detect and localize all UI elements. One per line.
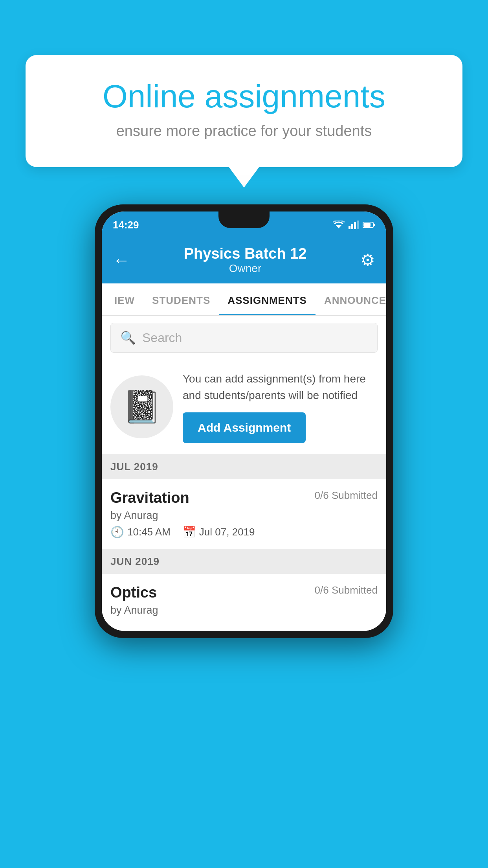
status-icons [333,221,375,229]
svg-rect-7 [363,223,371,227]
search-icon: 🔍 [120,330,136,345]
promo-section: 📓 You can add assignment(s) from here an… [102,360,386,454]
calendar-icon: 📅 [182,526,196,539]
promo-icon-circle: 📓 [110,375,173,438]
phone-screen: 14:29 [102,211,386,631]
assignment-name-gravitation: Gravitation [110,489,189,506]
promo-right: You can add assignment(s) from here and … [183,371,378,443]
svg-rect-2 [351,224,353,229]
speech-bubble-subtitle: ensure more practice for your students [53,123,435,140]
section-month-jul: JUL 2019 [110,461,158,473]
tab-announcements[interactable]: ANNOUNCEM… [316,283,386,315]
assignment-item-optics[interactable]: Optics 0/6 Submitted by Anurag [102,574,386,631]
signal-icon [349,221,359,229]
tabs-bar: IEW STUDENTS ASSIGNMENTS ANNOUNCEM… [102,283,386,316]
section-header-jul: JUL 2019 [102,454,386,479]
assignment-meta-gravitation: 🕙 10:45 AM 📅 Jul 07, 2019 [110,526,378,539]
settings-icon[interactable]: ⚙ [360,250,375,270]
assignment-time-gravitation: 🕙 10:45 AM [110,526,171,539]
svg-marker-0 [336,225,341,228]
section-month-jun: JUN 2019 [110,555,160,567]
header-center: Physics Batch 12 Owner [130,245,360,275]
battery-icon [363,221,375,228]
date-value: Jul 07, 2019 [199,526,255,538]
assignment-submitted-optics: 0/6 Submitted [315,584,378,596]
notch [218,211,270,228]
assignment-date-gravitation: 📅 Jul 07, 2019 [182,526,255,539]
notebook-icon: 📓 [122,388,161,425]
svg-rect-6 [373,224,375,226]
svg-rect-3 [354,222,356,229]
tab-iew[interactable]: IEW [106,283,143,315]
wifi-icon [333,221,345,229]
batch-subtitle: Owner [130,262,360,275]
assignment-by-gravitation: by Anurag [110,509,378,522]
svg-rect-1 [349,226,350,229]
status-bar: 14:29 [102,211,386,238]
assignment-submitted-gravitation: 0/6 Submitted [315,489,378,502]
section-header-jun: JUN 2019 [102,549,386,574]
assignment-row1: Gravitation 0/6 Submitted [110,489,378,506]
promo-description: You can add assignment(s) from here and … [183,371,378,404]
assignment-item-gravitation[interactable]: Gravitation 0/6 Submitted by Anurag 🕙 10… [102,479,386,549]
search-box[interactable]: 🔍 Search [110,323,378,353]
speech-bubble: Online assignments ensure more practice … [26,55,462,167]
add-assignment-button[interactable]: Add Assignment [183,412,306,443]
search-placeholder: Search [142,331,182,345]
assignment-name-optics: Optics [110,584,157,601]
phone-wrapper: 14:29 [95,204,393,638]
app-header: ← Physics Batch 12 Owner ⚙ [102,238,386,283]
time-value: 10:45 AM [127,526,171,538]
back-button[interactable]: ← [113,250,130,270]
assignment-by-optics: by Anurag [110,604,378,616]
search-container: 🔍 Search [102,316,386,360]
svg-rect-4 [357,221,359,229]
speech-bubble-title: Online assignments [53,79,435,114]
phone-frame: 14:29 [95,204,393,638]
tab-students[interactable]: STUDENTS [143,283,219,315]
clock-icon: 🕙 [110,526,124,539]
speech-bubble-container: Online assignments ensure more practice … [26,55,462,167]
status-time: 14:29 [113,219,139,231]
assignment-row1-optics: Optics 0/6 Submitted [110,584,378,601]
batch-title: Physics Batch 12 [130,245,360,262]
tab-assignments[interactable]: ASSIGNMENTS [219,283,316,315]
